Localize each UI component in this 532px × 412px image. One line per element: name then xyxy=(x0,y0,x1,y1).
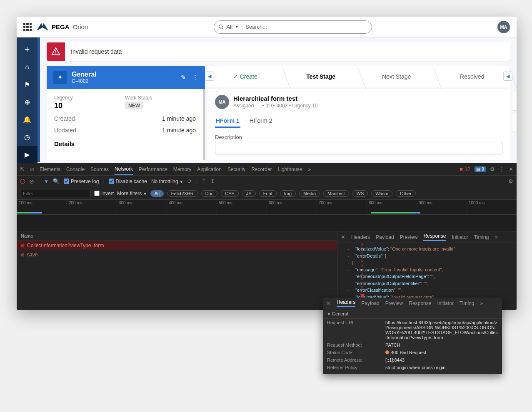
pill-other[interactable]: Other xyxy=(396,190,416,197)
close-popout-icon[interactable]: ✕ xyxy=(326,300,331,306)
dt-tab-lighthouse[interactable]: Lighthouse xyxy=(278,166,302,172)
pop-tab-preview[interactable]: Preview xyxy=(385,300,403,306)
resp-tab-response[interactable]: Response xyxy=(423,233,446,241)
dt-tab-performance[interactable]: Performance xyxy=(139,166,167,172)
pill-js[interactable]: JS xyxy=(242,190,256,197)
remote-addr-value: [::1]:8443 xyxy=(385,357,498,362)
download-icon[interactable]: ↧ xyxy=(210,178,215,184)
description-field[interactable] xyxy=(215,142,502,154)
warn-count[interactable]: ▤ 9 xyxy=(475,166,486,172)
resp-tab-preview[interactable]: Preview xyxy=(400,234,418,240)
nav-notifications[interactable]: 🔔 xyxy=(17,111,37,128)
name-column-header[interactable]: Name xyxy=(17,231,337,241)
pill-font[interactable]: Font xyxy=(259,190,277,197)
pop-tab-payload[interactable]: Payload xyxy=(361,300,379,306)
stage-resolved[interactable]: Resolved xyxy=(435,73,510,80)
dt-tab-recorder[interactable]: Recorder xyxy=(251,166,272,172)
pop-tab-timing[interactable]: Timing xyxy=(460,300,475,306)
close-response-icon[interactable]: ✕ xyxy=(341,234,345,240)
pop-tab-response[interactable]: Response xyxy=(409,300,431,306)
throttle-select[interactable]: No throttling ▼ xyxy=(151,179,183,184)
tab-hform1[interactable]: HForm 1 xyxy=(215,115,240,128)
status-code-label: Status Code: xyxy=(327,350,385,355)
pill-css[interactable]: CSS xyxy=(221,190,239,197)
more-icon[interactable]: ⋮ xyxy=(192,74,198,81)
pill-img[interactable]: Img xyxy=(280,190,296,197)
nav-recents[interactable]: ◷ xyxy=(17,128,37,146)
pill-doc[interactable]: Doc xyxy=(201,190,218,197)
preserve-log-check[interactable]: Preserve log xyxy=(64,179,99,184)
more-filters[interactable]: More filters ▼ xyxy=(117,191,147,196)
case-type-icon: ✦ xyxy=(53,71,67,84)
general-section[interactable]: General xyxy=(323,309,502,319)
more-tabs-icon[interactable]: » xyxy=(308,166,311,172)
resp-tab-timing[interactable]: Timing xyxy=(474,234,489,240)
pill-ws[interactable]: WS xyxy=(352,190,368,197)
pill-all[interactable]: All xyxy=(150,190,164,197)
pop-more-icon[interactable]: » xyxy=(480,300,483,306)
more-resp-icon[interactable]: » xyxy=(495,234,497,240)
dt-tab-elements[interactable]: Elements xyxy=(40,166,60,172)
resp-tab-initiator[interactable]: Initiator xyxy=(452,234,468,240)
record-icon[interactable] xyxy=(20,179,25,184)
nav-search[interactable]: ⊕ xyxy=(17,93,37,111)
disable-cache-check[interactable]: Disable cache xyxy=(109,179,147,184)
request-row[interactable]: ⊗CollectInformation?viewType=form xyxy=(17,241,337,250)
nav-create[interactable]: + xyxy=(17,41,37,58)
net-settings-icon[interactable]: ⚙ xyxy=(508,178,513,184)
stage-test[interactable]: Test Stage xyxy=(283,73,359,80)
pill-wasm[interactable]: Wasm xyxy=(371,190,392,197)
dt-tab-memory[interactable]: Memory xyxy=(173,166,191,172)
details-heading: Details xyxy=(54,140,196,147)
pill-media[interactable]: Media xyxy=(299,190,320,197)
wifi-icon[interactable]: ⟳ xyxy=(187,178,192,184)
user-avatar[interactable]: MA xyxy=(497,21,510,33)
followers-widget[interactable]: 👥 0 xyxy=(512,114,517,132)
case-title: General xyxy=(72,71,97,78)
stage-next[interactable]: Next Stage xyxy=(359,73,435,80)
tab-hform2[interactable]: HForm 2 xyxy=(249,115,273,128)
search-scope[interactable]: All xyxy=(227,24,232,30)
description-label: Description xyxy=(215,134,502,140)
nav-play[interactable]: ▶ xyxy=(17,146,37,163)
pop-tab-initiator[interactable]: Initiator xyxy=(437,300,453,306)
network-timeline[interactable]: 100 ms 200 ms 300 ms 400 ms 500 ms 600 m… xyxy=(17,200,517,215)
collapse-right-icon[interactable]: ◀ xyxy=(503,72,512,81)
request-row[interactable]: ⊗save xyxy=(17,250,337,259)
svg-line-1 xyxy=(222,27,223,29)
kebab-icon[interactable]: ⋮ xyxy=(499,166,505,172)
dt-tab-sources[interactable]: Sources xyxy=(90,166,109,172)
nav-flag[interactable]: ⚑ xyxy=(17,76,37,93)
invert-check[interactable]: Invert xyxy=(94,191,114,196)
search-net-icon[interactable]: 🔍 xyxy=(53,178,60,184)
attachments-widget[interactable]: 📎 0 xyxy=(512,92,517,110)
edit-icon[interactable]: ✎ xyxy=(181,74,186,81)
pill-manifest[interactable]: Manifest xyxy=(323,190,349,197)
remote-addr-label: Remote Address: xyxy=(327,357,385,362)
dt-tab-security[interactable]: Security xyxy=(227,166,245,172)
error-count[interactable]: ✖ 12 xyxy=(459,166,470,172)
resp-tab-payload[interactable]: Payload xyxy=(376,234,394,240)
alert-icon xyxy=(47,42,65,61)
net-filter-input[interactable] xyxy=(20,190,91,197)
error-message: Invalid request data xyxy=(65,48,127,55)
dt-tab-console[interactable]: Console xyxy=(66,166,85,172)
inspect-icon[interactable]: ⇱ xyxy=(20,166,25,172)
search-input[interactable] xyxy=(245,24,367,30)
device-icon[interactable]: ⎚ xyxy=(30,166,34,172)
settings-icon[interactable]: ⚙ xyxy=(490,166,495,172)
pill-fetch[interactable]: Fetch/XHR xyxy=(167,190,198,197)
upload-icon[interactable]: ↥ xyxy=(202,178,206,184)
pop-tab-headers[interactable]: Headers xyxy=(337,299,355,307)
close-icon[interactable]: ✕ xyxy=(509,166,513,172)
stage-create[interactable]: Create xyxy=(207,73,283,80)
clear-icon[interactable]: ⊘ xyxy=(29,178,34,185)
app-launcher-icon[interactable] xyxy=(23,23,32,31)
nav-home[interactable]: ⌂ xyxy=(17,58,37,76)
dt-tab-application[interactable]: Application xyxy=(197,166,222,172)
global-search[interactable]: All ▼ | xyxy=(214,20,372,34)
timeline-detail xyxy=(17,215,517,231)
dt-tab-network[interactable]: Network xyxy=(115,166,133,175)
filter-icon[interactable]: ▼ xyxy=(44,179,49,184)
resp-tab-headers[interactable]: Headers xyxy=(351,234,370,240)
